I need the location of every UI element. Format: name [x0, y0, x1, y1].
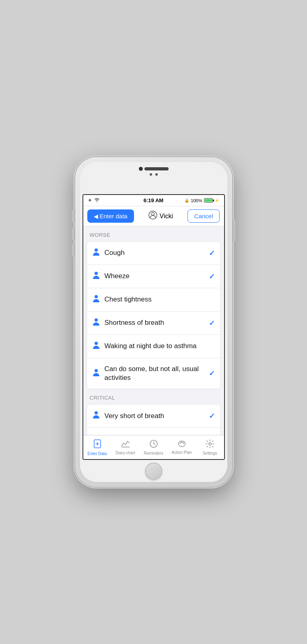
item-text: Cough [105, 248, 206, 257]
reminders-tab-icon [149, 439, 158, 450]
tab-enter-data[interactable]: Enter Data [83, 439, 111, 456]
tab-action-plan-label: Action Plan [171, 450, 192, 455]
person-icon [93, 341, 100, 351]
lightning-icon: ⚡ [214, 198, 219, 203]
checkmark-icon: ✓ [209, 369, 215, 378]
svg-point-17 [209, 443, 211, 445]
person-icon [93, 369, 100, 379]
svg-point-2 [95, 248, 98, 252]
item-text: Can do some, but not all, usual activiti… [105, 365, 206, 382]
checkmark-icon: ✓ [209, 319, 215, 328]
list-item[interactable]: Can do some, but not all, usual activiti… [87, 358, 220, 389]
item-text: Very short of breath [105, 412, 206, 420]
cancel-button[interactable]: Cancel [187, 209, 220, 223]
worse-section-label: WORSE [83, 226, 224, 241]
list-item[interactable]: Quick-relief medicines have not helped [87, 428, 220, 435]
svg-point-1 [151, 213, 154, 215]
sensor-dot [150, 173, 152, 176]
person-icon [93, 248, 100, 258]
tab-reminders-label: Reminders [144, 451, 163, 455]
svg-point-5 [95, 318, 98, 322]
user-name: Vicki [160, 213, 173, 220]
camera-area [80, 165, 227, 171]
item-text: Waking at night due to asthma [105, 342, 215, 351]
tab-bar: Enter Data Diary-chart [83, 435, 224, 459]
battery-fill [205, 199, 212, 202]
phone-bottom [80, 460, 227, 482]
phone-inner: ✈ 6:19 AM 🔒 100% [80, 162, 227, 482]
item-text: Shortness of breath [105, 318, 206, 327]
diary-chart-tab-icon [121, 440, 130, 450]
nav-bar: ◀ Enter data Vicki Cancel [83, 206, 224, 226]
item-text: Chest tightness [105, 295, 215, 304]
screen: ✈ 6:19 AM 🔒 100% [82, 194, 225, 460]
list-item[interactable]: Wheeze ✓ [87, 265, 220, 288]
speaker [144, 167, 169, 170]
sensor-dot-2 [155, 173, 158, 176]
person-icon [93, 411, 100, 421]
phone-top-bar [80, 162, 227, 194]
airplane-icon: ✈ [88, 198, 92, 203]
status-time: 6:19 AM [144, 197, 163, 203]
critical-list-group: Very short of breath ✓ Quick-relief medi… [87, 404, 221, 435]
enter-data-tab-icon [93, 439, 102, 451]
person-icon [93, 295, 100, 305]
tab-diary-chart[interactable]: Diary-chart [111, 440, 140, 455]
worse-list-group: Cough ✓ Wheeze ✓ [87, 241, 221, 389]
checkmark-icon: ✓ [209, 272, 215, 281]
svg-line-16 [154, 444, 155, 445]
list-item[interactable]: Shortness of breath ✓ [87, 312, 220, 335]
home-button[interactable] [145, 463, 162, 480]
sensor-row [150, 173, 158, 176]
person-icon [93, 271, 100, 281]
action-plan-tab-icon [177, 440, 187, 449]
arrow-left-icon: ◀ [94, 213, 98, 219]
status-left: ✈ [88, 198, 100, 203]
user-avatar-icon [148, 211, 157, 222]
svg-point-6 [95, 342, 98, 345]
list-item[interactable]: Very short of breath ✓ [87, 404, 220, 428]
svg-point-3 [95, 272, 98, 275]
enter-data-button[interactable]: ◀ Enter data [87, 209, 134, 223]
list-item[interactable]: Waking at night due to asthma [87, 335, 220, 358]
tab-settings[interactable]: Settings [196, 439, 224, 455]
battery-percent: 100% [191, 198, 202, 203]
wifi-icon [94, 198, 100, 203]
person-icon [93, 318, 100, 328]
camera-dot [139, 167, 143, 171]
tab-action-plan[interactable]: Action Plan [168, 440, 196, 455]
lock-icon: 🔒 [184, 198, 189, 203]
item-text: Wheeze [105, 272, 206, 281]
svg-point-7 [95, 369, 98, 372]
tab-settings-label: Settings [202, 451, 217, 455]
list-item[interactable]: Chest tightness [87, 288, 220, 312]
checkmark-icon: ✓ [209, 412, 215, 420]
phone-frame: ✈ 6:19 AM 🔒 100% [75, 157, 232, 487]
enter-data-label: Enter data [100, 213, 128, 219]
tab-enter-data-label: Enter Data [88, 451, 107, 456]
content-area: WORSE Cough ✓ [83, 226, 224, 435]
svg-point-8 [95, 411, 98, 414]
list-item[interactable]: Cough ✓ [87, 242, 220, 265]
settings-tab-icon [206, 439, 214, 450]
status-right: 🔒 100% ⚡ [184, 198, 219, 203]
tab-reminders[interactable]: Reminders [140, 439, 168, 455]
svg-point-4 [95, 295, 98, 298]
user-info: Vicki [148, 211, 173, 222]
tab-diary-chart-label: Diary-chart [115, 451, 135, 455]
critical-section-label: CRITICAL [83, 389, 224, 404]
status-bar: ✈ 6:19 AM 🔒 100% [83, 195, 224, 206]
battery-icon [204, 198, 213, 203]
checkmark-icon: ✓ [209, 249, 215, 258]
